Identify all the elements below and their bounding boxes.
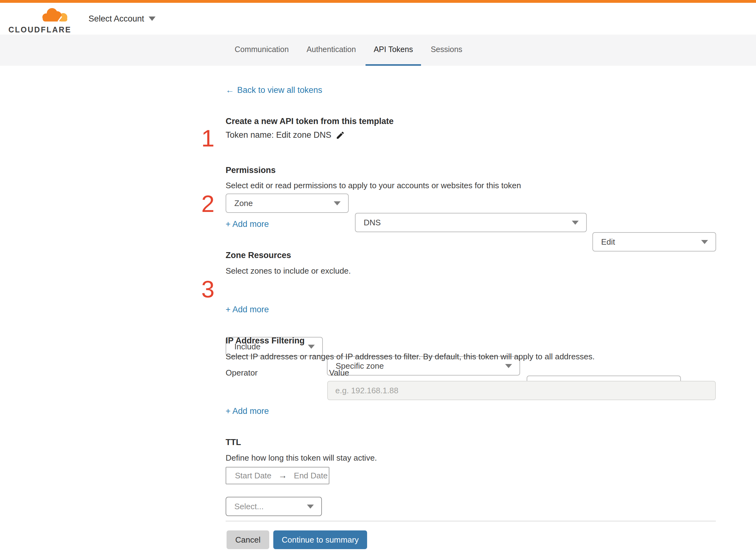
permissions-heading: Permissions (226, 165, 276, 175)
chevron-down-icon (308, 345, 315, 349)
zone-resources-description: Select zones to include or exclude. (226, 266, 351, 276)
step-number-2: 2 (201, 192, 214, 216)
permission-access-value: Edit (601, 237, 615, 247)
ttl-description: Define how long this token will stay act… (226, 453, 377, 463)
cloudflare-api-token-page: CLOUDFLARE Select Account Communication … (0, 0, 756, 551)
ip-filtering-description: Select IP addresses or ranges of IP addr… (226, 352, 595, 362)
continue-to-summary-button[interactable]: Continue to summary (273, 530, 367, 549)
permission-resource-select[interactable]: DNS (355, 213, 587, 232)
permissions-description: Select edit or read permissions to apply… (226, 181, 521, 190)
cancel-button[interactable]: Cancel (226, 530, 269, 549)
permission-resource-value: DNS (364, 218, 381, 227)
token-name-row: Token name: Edit zone DNS (226, 130, 345, 140)
chevron-down-icon (334, 201, 340, 205)
ip-operator-placeholder: Select... (234, 502, 264, 511)
permissions-add-more-link[interactable]: + Add more (226, 219, 269, 229)
zone-resources-add-more-link[interactable]: + Add more (226, 305, 269, 315)
main-content: ← Back to view all tokens 1 Create a new… (0, 0, 756, 551)
back-arrow-icon: ← (226, 85, 234, 95)
chevron-down-icon (701, 240, 708, 244)
chevron-down-icon (307, 505, 314, 509)
ip-filtering-heading: IP Address Filtering (226, 336, 305, 346)
chevron-down-icon (572, 221, 579, 225)
back-link-label: Back to view all tokens (237, 85, 322, 95)
step-number-3: 3 (201, 278, 214, 301)
ttl-date-range-picker[interactable]: Start Date → End Date (226, 467, 329, 484)
edit-pencil-icon[interactable] (335, 131, 345, 140)
create-token-heading: Create a new API token from this templat… (226, 116, 394, 126)
footer-divider (226, 521, 716, 521)
permission-scope-select[interactable]: Zone (226, 193, 349, 213)
permission-scope-value: Zone (234, 198, 253, 208)
step-number-1: 1 (201, 126, 214, 150)
zone-resources-heading: Zone Resources (226, 250, 291, 260)
token-name-label: Token name: Edit zone DNS (226, 130, 331, 140)
back-to-tokens-link[interactable]: ← Back to view all tokens (226, 85, 322, 95)
ip-operator-select[interactable]: Select... (226, 497, 322, 516)
permission-access-select[interactable]: Edit (592, 232, 716, 251)
end-date-placeholder: End Date (294, 471, 327, 481)
start-date-placeholder: Start Date (235, 471, 271, 481)
ttl-heading: TTL (226, 438, 241, 447)
chevron-down-icon (505, 364, 512, 368)
value-label: Value (329, 368, 349, 378)
arrow-right-icon: → (278, 471, 287, 481)
operator-label: Operator (226, 368, 258, 378)
ip-value-input[interactable] (327, 381, 716, 400)
ip-filtering-add-more-link[interactable]: + Add more (226, 406, 269, 416)
